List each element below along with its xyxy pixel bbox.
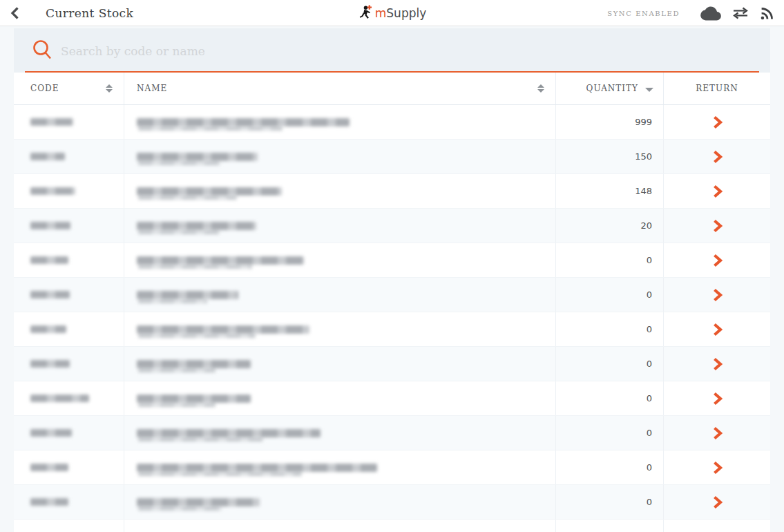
table-row[interactable]: 0 — [14, 278, 770, 312]
row-chevron-button[interactable] — [703, 212, 731, 240]
sync-status-label: SYNC ENABLED — [607, 10, 680, 17]
chevron-right-icon — [711, 254, 724, 267]
quantity-value: 0 — [647, 462, 652, 473]
code-redacted — [30, 464, 68, 471]
table-header: CODE NAME QUANTITY RETURN — [14, 73, 770, 105]
name-redacted — [137, 256, 304, 265]
row-chevron-button[interactable] — [703, 350, 731, 378]
name-redacted — [137, 498, 260, 506]
table-row[interactable]: 20 — [14, 209, 770, 243]
quantity-cell: 150 — [556, 140, 664, 173]
return-cell — [664, 485, 770, 519]
runner-icon — [358, 4, 373, 22]
table-row[interactable]: 0 — [14, 485, 770, 520]
column-header-code[interactable]: CODE — [14, 73, 124, 104]
chevron-right-icon — [711, 495, 724, 509]
quantity-value: 150 — [635, 151, 652, 162]
search-input[interactable] — [61, 44, 759, 58]
quantity-value: 0 — [647, 255, 652, 265]
row-chevron-button[interactable] — [703, 281, 731, 309]
table-row[interactable]: 0 — [14, 450, 770, 485]
code-cell — [14, 485, 124, 519]
sort-icon-name — [537, 84, 544, 93]
name-cell — [124, 416, 556, 450]
name-redacted — [137, 291, 238, 299]
table-row[interactable] — [14, 520, 770, 532]
cloud-icon[interactable] — [700, 6, 721, 21]
name-cell — [124, 174, 556, 208]
chevron-right-icon — [711, 461, 724, 475]
return-header-label: RETURN — [696, 84, 738, 93]
row-chevron-button[interactable] — [703, 247, 731, 274]
column-header-return: RETURN — [664, 73, 770, 104]
name-cell — [124, 105, 556, 139]
code-redacted — [30, 291, 70, 298]
name-redacted — [137, 118, 350, 126]
column-header-name[interactable]: NAME — [124, 73, 556, 104]
table-row[interactable]: 148 — [14, 174, 770, 209]
topbar-right: SYNC ENABLED — [607, 0, 774, 26]
name-redacted — [137, 360, 251, 368]
sync-arrows-icon[interactable] — [732, 7, 749, 19]
code-redacted — [30, 325, 66, 333]
code-redacted — [30, 498, 68, 506]
return-cell — [664, 450, 770, 484]
column-header-quantity[interactable]: QUANTITY — [556, 73, 664, 104]
table-row[interactable]: 0 — [14, 243, 770, 278]
back-chevron-icon — [10, 6, 21, 20]
return-cell — [664, 520, 770, 532]
table-row[interactable]: 999 — [14, 105, 770, 140]
search-box[interactable] — [25, 28, 759, 73]
code-redacted — [30, 153, 65, 160]
search-panel — [14, 28, 770, 73]
row-chevron-button[interactable] — [703, 454, 731, 482]
top-bar: Current Stock mSupply SYNC ENABLED — [0, 0, 784, 26]
row-chevron-button[interactable] — [703, 108, 731, 136]
return-cell — [664, 278, 770, 312]
return-cell — [664, 209, 770, 243]
name-cell — [124, 520, 556, 532]
return-cell — [664, 243, 770, 277]
row-chevron-button[interactable] — [703, 488, 731, 516]
code-redacted — [30, 222, 70, 229]
stock-table: CODE NAME QUANTITY RETURN 999 — [14, 73, 770, 532]
name-cell — [124, 312, 556, 346]
name-cell — [124, 450, 556, 484]
quantity-value: 0 — [647, 359, 652, 369]
row-chevron-button[interactable] — [703, 316, 731, 343]
row-chevron-button[interactable] — [703, 385, 731, 412]
code-cell — [14, 105, 124, 139]
row-chevron-button[interactable] — [703, 178, 731, 205]
name-cell — [124, 209, 556, 243]
table-row[interactable]: 0 — [14, 381, 770, 416]
name-cell — [124, 243, 556, 277]
code-redacted — [30, 395, 89, 402]
row-chevron-button[interactable] — [703, 143, 731, 171]
quantity-value: 20 — [640, 220, 652, 231]
code-cell — [14, 450, 124, 484]
logo-rest: Supply — [386, 6, 426, 20]
name-redacted — [137, 153, 258, 161]
name-redacted — [137, 395, 251, 403]
table-row[interactable]: 150 — [14, 140, 770, 174]
logo-m: m — [375, 6, 387, 20]
code-cell — [14, 520, 124, 532]
chevron-right-icon — [711, 357, 724, 371]
code-header-label: CODE — [30, 84, 59, 93]
quantity-cell: 148 — [556, 174, 664, 208]
code-redacted — [30, 187, 75, 195]
row-chevron-button[interactable] — [703, 419, 731, 447]
wifi-signal-icon[interactable] — [760, 6, 774, 21]
back-button[interactable] — [0, 0, 30, 26]
quantity-value: 0 — [647, 393, 652, 403]
quantity-cell: 0 — [556, 381, 664, 415]
return-cell — [664, 381, 770, 415]
chevron-right-icon — [711, 323, 724, 336]
table-row[interactable]: 0 — [14, 416, 770, 450]
return-cell — [664, 140, 770, 173]
table-row[interactable]: 0 — [14, 347, 770, 381]
return-cell — [664, 416, 770, 450]
table-row[interactable]: 0 — [14, 312, 770, 347]
code-redacted — [30, 256, 68, 264]
quantity-value: 0 — [647, 428, 652, 438]
